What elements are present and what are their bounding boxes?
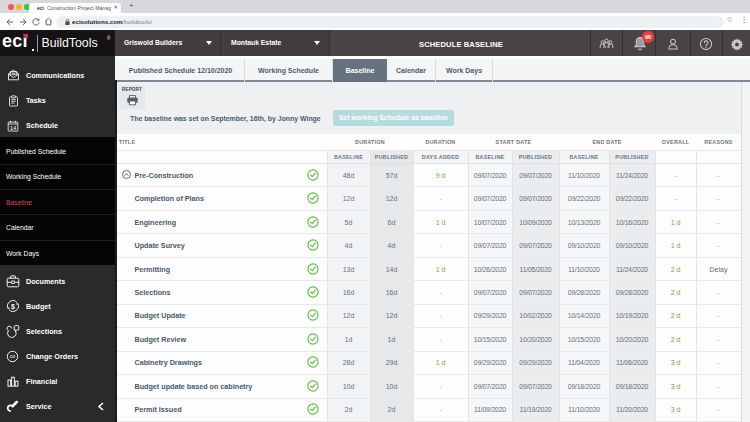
svg-text:14: 14 (10, 124, 17, 130)
svg-text:co: co (10, 353, 16, 359)
svg-text:$: $ (11, 303, 15, 311)
